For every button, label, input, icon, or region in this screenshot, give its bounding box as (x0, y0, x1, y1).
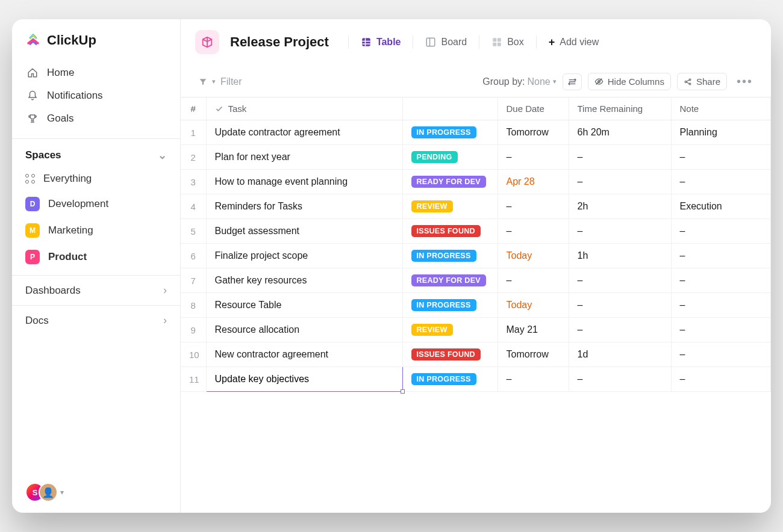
cell-status[interactable]: ISSUES FOUND (402, 342, 498, 367)
table-row[interactable]: 5Budget assessmentISSUES FOUND––– (181, 219, 771, 244)
nav-home[interactable]: Home (18, 61, 174, 84)
cell-due[interactable]: May 21 (498, 318, 569, 342)
cell-due[interactable]: – (498, 367, 569, 392)
cell-note[interactable]: – (671, 268, 771, 293)
sidebar-item-everything[interactable]: Everything (12, 167, 180, 191)
cell-status[interactable]: REVIEW (402, 194, 498, 219)
cell-task[interactable]: Plan for next year (206, 145, 402, 170)
cell-time[interactable]: – (569, 268, 671, 293)
cell-time[interactable]: – (569, 367, 671, 392)
cell-due[interactable]: Today (498, 293, 569, 318)
table-row[interactable]: 7Gather key resourcesREADY FOR DEV––– (181, 268, 771, 293)
cell-due[interactable]: – (498, 145, 569, 170)
sidebar-item-product[interactable]: P Product (12, 244, 180, 270)
cell-status[interactable]: IN PROGRESS (402, 293, 498, 318)
col-status[interactable] (402, 97, 498, 120)
nav-notifications[interactable]: Notifications (18, 84, 174, 107)
hide-columns-button[interactable]: Hide Columns (588, 73, 671, 90)
col-task[interactable]: Task (206, 97, 402, 120)
cell-note[interactable]: – (671, 244, 771, 268)
cell-due[interactable]: Today (498, 244, 569, 268)
share-label: Share (696, 76, 720, 87)
cell-status[interactable]: READY FOR DEV (402, 170, 498, 194)
cell-due[interactable]: – (498, 268, 569, 293)
cell-note[interactable]: – (671, 170, 771, 194)
cell-time[interactable]: – (569, 219, 671, 244)
cell-note[interactable]: – (671, 145, 771, 170)
table-row[interactable]: 1Update contractor agreementIN PROGRESST… (181, 120, 771, 145)
table-row[interactable]: 9Resource allocationREVIEWMay 21–– (181, 318, 771, 342)
filter-button[interactable]: ▾ Filter (195, 73, 246, 91)
table-row[interactable]: 8Resource TableIN PROGRESSToday–– (181, 293, 771, 318)
cell-time[interactable]: 1h (569, 244, 671, 268)
col-due[interactable]: Due Date (498, 97, 569, 120)
cell-task[interactable]: How to manage event planning (206, 170, 402, 194)
cell-task[interactable]: Reminders for Tasks (206, 194, 402, 219)
cell-time[interactable]: 2h (569, 194, 671, 219)
sidebar-item-dashboards[interactable]: Dashboards › (12, 275, 180, 305)
add-view-button[interactable]: + Add view (541, 32, 606, 53)
cell-status[interactable]: READY FOR DEV (402, 268, 498, 293)
cell-due[interactable]: – (498, 219, 569, 244)
logo[interactable]: ClickUp (12, 19, 180, 59)
cell-due[interactable]: Tomorrow (498, 120, 569, 145)
tab-label: Table (376, 37, 401, 48)
cell-task[interactable]: Resource allocation (206, 318, 402, 342)
tab-table[interactable]: Table (354, 32, 408, 52)
table-row[interactable]: 11IN PROGRESS––– (181, 367, 771, 392)
sidebar-user[interactable]: S 👤 ▾ (12, 472, 180, 513)
cell-note[interactable]: – (671, 318, 771, 342)
sidebar-item-marketing[interactable]: M Marketing (12, 217, 180, 244)
cell-time[interactable]: – (569, 293, 671, 318)
cell-time[interactable]: – (569, 145, 671, 170)
cell-status[interactable]: REVIEW (402, 318, 498, 342)
cell-task[interactable]: New contractor agreement (206, 342, 402, 367)
cell-time[interactable]: – (569, 318, 671, 342)
cell-status[interactable]: PENDING (402, 145, 498, 170)
table-row[interactable]: 6Finalize project scopeIN PROGRESSToday1… (181, 244, 771, 268)
cell-note[interactable]: – (671, 219, 771, 244)
cell-time[interactable]: – (569, 170, 671, 194)
cell-status[interactable]: IN PROGRESS (402, 367, 498, 392)
col-note[interactable]: Note (671, 97, 771, 120)
cell-note[interactable]: – (671, 293, 771, 318)
group-by-button[interactable]: Group by: None ▾ (482, 76, 557, 87)
col-num[interactable]: # (181, 97, 206, 120)
table-row[interactable]: 3How to manage event planningREADY FOR D… (181, 170, 771, 194)
nav-goals[interactable]: Goals (18, 107, 174, 130)
cell-status[interactable]: IN PROGRESS (402, 244, 498, 268)
cell-note[interactable]: Execution (671, 194, 771, 219)
cell-status[interactable]: ISSUES FOUND (402, 219, 498, 244)
cell-due[interactable]: Apr 28 (498, 170, 569, 194)
cell-task[interactable]: Resource Table (206, 293, 402, 318)
cell-task[interactable]: Finalize project scope (206, 244, 402, 268)
cell-time[interactable]: 6h 20m (569, 120, 671, 145)
sidebar-item-docs[interactable]: Docs › (12, 305, 180, 335)
tab-board[interactable]: Board (418, 32, 474, 52)
cell-resize-handle[interactable] (401, 389, 405, 394)
cell-due[interactable]: Tomorrow (498, 342, 569, 367)
cell-status[interactable]: IN PROGRESS (402, 120, 498, 145)
tab-label: Board (441, 37, 467, 48)
table-row[interactable]: 10New contractor agreementISSUES FOUNDTo… (181, 342, 771, 367)
cell-task[interactable]: Update contractor agreement (206, 120, 402, 145)
more-button[interactable]: ••• (733, 72, 756, 91)
cell-time[interactable]: 1d (569, 342, 671, 367)
task-edit-input[interactable] (215, 374, 394, 385)
share-button[interactable]: Share (677, 73, 727, 90)
sort-button[interactable] (563, 73, 582, 90)
table-row[interactable]: 2Plan for next yearPENDING––– (181, 145, 771, 170)
cell-note[interactable]: – (671, 367, 771, 392)
cell-task[interactable]: Budget assessment (206, 219, 402, 244)
spaces-header[interactable]: Spaces ⌄ (12, 141, 180, 167)
cell-note[interactable]: – (671, 342, 771, 367)
cell-task[interactable] (206, 367, 402, 392)
sidebar-item-development[interactable]: D Development (12, 191, 180, 217)
cell-due[interactable]: – (498, 194, 569, 219)
tab-box[interactable]: Box (484, 32, 531, 52)
cell-task[interactable]: Gather key resources (206, 268, 402, 293)
col-time[interactable]: Time Remaining (569, 97, 671, 120)
table-row[interactable]: 4Reminders for TasksREVIEW–2hExecution (181, 194, 771, 219)
cell-note[interactable]: Planning (671, 120, 771, 145)
tab-label: Box (507, 37, 524, 48)
